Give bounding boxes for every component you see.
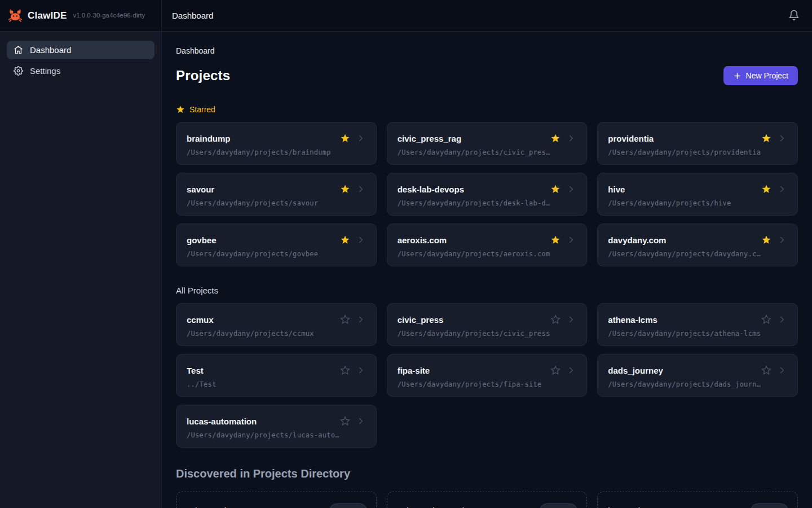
star-icon[interactable] (550, 314, 561, 325)
project-name: dads_journey (608, 366, 756, 375)
project-card[interactable]: fipa-site /Users/davydany/projects/fipa-… (387, 354, 588, 397)
star-icon[interactable] (340, 133, 350, 143)
project-path: ../Test (187, 380, 366, 388)
starred-projects-grid: braindump /Users/davydany/projects/brain… (176, 122, 798, 266)
star-icon[interactable] (550, 235, 561, 245)
app-version: v1.0.0-30-ga4c4e96-dirty (73, 11, 145, 20)
project-name: aeroxis.com (398, 235, 545, 245)
star-icon[interactable] (761, 365, 771, 375)
chevron-right-icon (777, 365, 787, 375)
project-card[interactable]: davydany.com /Users/davydany/projects/da… (597, 224, 798, 266)
chevron-right-icon (566, 235, 576, 245)
project-card[interactable]: aeroxis.com /Users/davydany/projects/aer… (387, 224, 588, 266)
new-project-label: New Project (746, 71, 788, 80)
chevron-right-icon (356, 133, 366, 143)
chevron-right-icon (566, 365, 576, 375)
chevron-right-icon (566, 184, 576, 194)
new-project-button[interactable]: New Project (723, 66, 798, 85)
project-name: lucas-automation (187, 417, 334, 426)
project-path: /Users/davydany/projects/savour (187, 199, 366, 207)
chevron-right-icon (566, 314, 576, 325)
star-icon[interactable] (340, 416, 350, 426)
star-icon (176, 105, 185, 114)
project-card[interactable]: athena-lcms /Users/davydany/projects/ath… (597, 303, 798, 346)
bell-icon[interactable] (788, 10, 801, 22)
star-icon[interactable] (340, 235, 350, 245)
project-card[interactable]: Test ../Test (176, 354, 377, 397)
project-path: /Users/davydany/projects/ccmux (187, 330, 366, 338)
project-path: /Users/davydany/projects/athena-lcms (608, 330, 787, 338)
page-title: Projects (176, 68, 230, 84)
star-icon[interactable] (550, 184, 561, 194)
star-icon[interactable] (340, 365, 350, 375)
discovered-project-name: csharp-api (187, 506, 226, 508)
star-icon[interactable] (340, 314, 350, 325)
discovered-project-card: golang-microservice Import (387, 492, 588, 508)
project-name: braindump (187, 134, 334, 143)
chevron-right-icon (777, 235, 787, 245)
sidebar: ClawIDE v1.0.0-30-ga4c4e96-dirty Dashboa… (0, 0, 162, 508)
star-icon[interactable] (550, 365, 561, 375)
project-path: /Users/davydany/projects/lucas-auto… (187, 431, 366, 439)
star-icon[interactable] (761, 184, 771, 194)
star-icon[interactable] (550, 133, 561, 143)
project-path: /Users/davydany/projects/davydany.c… (608, 250, 787, 258)
chevron-right-icon (356, 416, 366, 426)
star-icon[interactable] (761, 314, 771, 325)
project-path: /Users/davydany/projects/civic_pres… (398, 148, 577, 156)
chevron-right-icon (356, 235, 366, 245)
sidebar-item-dashboard[interactable]: Dashboard (7, 41, 155, 59)
project-name: providentia (608, 134, 756, 143)
sidebar-item-label: Dashboard (30, 45, 71, 55)
project-path: /Users/davydany/projects/providentia (608, 148, 787, 156)
app-name: ClawIDE (28, 10, 67, 21)
chevron-right-icon (356, 184, 366, 194)
project-name: civic_press_rag (398, 134, 545, 143)
project-card[interactable]: civic_press /Users/davydany/projects/civ… (387, 303, 588, 346)
breadcrumb: Dashboard (176, 46, 798, 55)
app-brand: ClawIDE v1.0.0-30-ga4c4e96-dirty (0, 0, 161, 32)
project-card[interactable]: govbee /Users/davydany/projects/govbee (176, 224, 377, 266)
project-card[interactable]: savour /Users/davydany/projects/savour (176, 173, 377, 216)
project-card[interactable]: desk-lab-devops /Users/davydany/projects… (387, 173, 588, 216)
project-card[interactable]: lucas-automation /Users/davydany/project… (176, 405, 377, 448)
project-card[interactable]: civic_press_rag /Users/davydany/projects… (387, 122, 588, 165)
project-path: /Users/davydany/projects/aeroxis.com (398, 250, 577, 258)
chevron-right-icon (356, 314, 366, 325)
chevron-right-icon (777, 133, 787, 143)
project-name: davydany.com (608, 235, 756, 245)
home-icon (14, 45, 23, 55)
project-path: /Users/davydany/projects/govbee (187, 250, 366, 258)
project-path: /Users/davydany/projects/hive (608, 199, 787, 207)
starred-section-label: Starred (176, 105, 798, 114)
star-icon[interactable] (761, 133, 771, 143)
project-card[interactable]: braindump /Users/davydany/projects/brain… (176, 122, 377, 165)
dashboard-content: Dashboard Projects New Project Starred b… (162, 32, 812, 508)
import-button[interactable]: Import (540, 503, 577, 508)
discovered-project-card: java-spring Import (597, 492, 798, 508)
import-button[interactable]: Import (329, 503, 367, 508)
topbar: Dashboard (162, 0, 812, 32)
project-card[interactable]: ccmux /Users/davydany/projects/ccmux (176, 303, 377, 346)
chevron-right-icon (356, 365, 366, 375)
project-name: savour (187, 185, 334, 194)
main-column: Dashboard Dashboard Projects New Project… (162, 0, 812, 508)
chevron-right-icon (777, 314, 787, 325)
star-icon[interactable] (761, 235, 771, 245)
project-card[interactable]: dads_journey /Users/davydany/projects/da… (597, 354, 798, 397)
discovered-project-name: golang-microservice (398, 506, 473, 508)
project-name: govbee (187, 235, 334, 245)
chevron-right-icon (777, 184, 787, 194)
project-name: hive (608, 185, 756, 194)
project-card[interactable]: providentia /Users/davydany/projects/pro… (597, 122, 798, 165)
import-button[interactable]: Import (751, 503, 788, 508)
sidebar-item-label: Settings (30, 66, 60, 76)
all-projects-section-label: All Projects (176, 286, 798, 295)
project-card[interactable]: hive /Users/davydany/projects/hive (597, 173, 798, 216)
sidebar-item-settings[interactable]: Settings (7, 62, 155, 80)
project-path: /Users/davydany/projects/fipa-site (398, 380, 577, 388)
star-icon[interactable] (340, 184, 350, 194)
plus-icon (733, 72, 742, 80)
project-name: desk-lab-devops (398, 185, 545, 194)
project-name: athena-lcms (608, 315, 756, 325)
